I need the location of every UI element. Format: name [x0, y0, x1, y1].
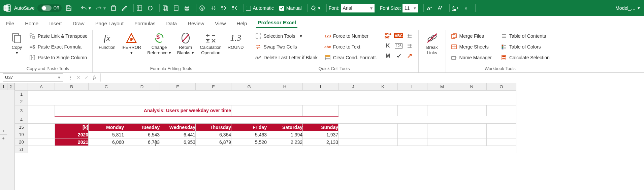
row-year-2021[interactable]: 2021 — [55, 138, 89, 146]
cancel-formula-icon[interactable]: ✕ — [75, 75, 82, 80]
grow-font-icon[interactable]: A▴ — [426, 4, 433, 12]
col-header-M[interactable]: M — [427, 83, 457, 91]
row-year-2020[interactable]: 2020 — [55, 131, 89, 138]
col-header-N[interactable]: N — [457, 83, 487, 91]
cell-2021-sun[interactable]: 2,133 — [303, 138, 339, 146]
col-header-D[interactable]: D — [124, 83, 160, 91]
row-header-1[interactable]: 1 — [15, 91, 28, 98]
check-icon[interactable] — [394, 51, 404, 61]
cell-2020-thu[interactable]: 6,364 — [196, 131, 231, 138]
fill-color-button[interactable]: ▾ — [310, 4, 321, 12]
row-header-15[interactable]: 15 — [15, 124, 28, 131]
merge-sheets-button[interactable]: Merge Sheets — [450, 42, 493, 52]
calculate-selection-button[interactable]: Calculate Selection — [500, 53, 550, 63]
fx-icon[interactable]: fx — [91, 75, 98, 80]
clear-cond-format-button[interactable]: Clear Cond. Formatt. — [324, 53, 378, 63]
tab-view[interactable]: View — [214, 19, 227, 28]
copy-icon[interactable] — [162, 4, 169, 12]
arrow-up-right-icon[interactable] — [405, 51, 414, 61]
overflow-icon[interactable]: » — [462, 4, 470, 12]
table-of-colors-button[interactable]: Table of Colors — [500, 42, 550, 52]
spreadsheet-grid[interactable]: A B C D E F G H I J K L M N O 1 2 3 Anal… — [15, 83, 516, 153]
format-painter-icon[interactable] — [121, 4, 128, 12]
num-format-icon[interactable]: 1234567 — [383, 31, 393, 40]
indent-right-icon[interactable] — [405, 31, 414, 40]
record-icon[interactable] — [147, 4, 154, 12]
outline-hide-icon[interactable] — [231, 4, 238, 12]
cell-2020-tue[interactable]: 6,543 — [124, 131, 160, 138]
paste-link-transpose-button[interactable]: Paste Link & Transpose — [28, 31, 88, 41]
col-mon[interactable]: Monday — [89, 124, 124, 131]
select-all-corner[interactable] — [15, 83, 28, 91]
col-header-C[interactable]: C — [89, 83, 124, 91]
tab-professor-excel[interactable]: Professor Excel — [256, 18, 297, 28]
col-tue[interactable]: Tuesday — [124, 124, 160, 131]
outline-expand-row-20[interactable]: + — [0, 135, 7, 142]
cell-2021-fri[interactable]: 5,520 — [231, 138, 267, 146]
indent-left-icon[interactable] — [405, 41, 414, 51]
tab-file[interactable]: File — [5, 19, 15, 28]
tab-formulas[interactable]: Formulas — [133, 19, 157, 28]
delete-last-letter-button[interactable]: aZDelete Last Letter if Blank — [254, 53, 318, 63]
paste-icon[interactable] — [110, 4, 117, 12]
row-header-4[interactable]: 4 — [15, 116, 28, 124]
copy-button[interactable]: Copy ▾ — [7, 31, 26, 56]
row-header-2[interactable]: 2 — [15, 98, 28, 105]
cell-2021-mon[interactable]: 6,060 — [89, 138, 124, 146]
row-header-19[interactable]: 19 — [15, 131, 28, 138]
col-header-L[interactable]: L — [398, 83, 427, 91]
col-header-O[interactable]: O — [487, 83, 516, 91]
cell-2020-mon[interactable]: 5,811 — [89, 131, 124, 138]
iferror-button[interactable]: IF IFERROR▾ — [120, 31, 143, 56]
break-links-button[interactable]: Break Links — [423, 31, 442, 56]
outline-expand-row-19[interactable]: + — [0, 127, 7, 135]
tab-help[interactable]: Help — [235, 19, 249, 28]
outline-show-icon[interactable] — [220, 4, 227, 12]
cell-2021-sat[interactable]: 2,232 — [267, 138, 303, 146]
col-header-F[interactable]: F — [196, 83, 231, 91]
filter-icon[interactable] — [198, 4, 206, 12]
save-icon[interactable] — [65, 4, 72, 12]
cell-2020-wed[interactable]: 6,441 — [160, 131, 196, 138]
thousand-icon[interactable]: K — [383, 41, 393, 51]
cell-2020-sat[interactable]: 1,994 — [267, 131, 303, 138]
col-header-E[interactable]: E — [160, 83, 196, 91]
col-header-J[interactable]: J — [339, 83, 368, 91]
calc-operation-button[interactable]: Calculation Operation — [198, 31, 224, 56]
font-size-control[interactable]: Font Size: 11▾ — [380, 4, 418, 12]
force-to-number-button[interactable]: 123Force to Number — [324, 31, 378, 41]
row-header-21[interactable]: 21 — [15, 146, 28, 153]
paste-exact-formula-button[interactable]: =$Paste Exact Formula — [28, 42, 88, 52]
col-fri[interactable]: Friday — [231, 124, 267, 131]
print-icon[interactable] — [183, 4, 191, 12]
book-icon[interactable] — [172, 4, 180, 12]
col-header-H[interactable]: H — [267, 83, 303, 91]
cell-2020-sun[interactable]: 1,937 — [303, 131, 339, 138]
row-header-20[interactable]: 20 — [15, 138, 28, 146]
col-header-I[interactable]: I — [303, 83, 339, 91]
calc-manual-checkbox[interactable]: Manual — [279, 5, 302, 11]
table-corner[interactable]: [k] — [55, 124, 89, 131]
tab-page-layout[interactable]: Page Layout — [94, 19, 125, 28]
tab-home[interactable]: Home — [24, 19, 40, 28]
cell-2021-thu[interactable]: 6,879 — [196, 138, 231, 146]
abc-format-icon[interactable]: ABC — [394, 31, 404, 40]
merge-files-button[interactable]: Merge Files — [450, 31, 493, 41]
selection-tools-button[interactable]: Selection Tools ▾ — [254, 31, 318, 41]
million-icon[interactable]: M — [383, 51, 393, 61]
col-header-K[interactable]: K — [368, 83, 398, 91]
tab-data[interactable]: Data — [165, 19, 178, 28]
swap-two-cells-button[interactable]: Swap Two Cells — [254, 42, 318, 52]
cell-2021-wed[interactable]: 6,953 — [160, 138, 196, 146]
cell-2020-fri[interactable]: 5,463 — [231, 131, 267, 138]
sheet-title[interactable]: Analysis: Users per weekday over time — [55, 105, 231, 116]
function-button[interactable]: fx Function — [97, 31, 118, 56]
redo-button[interactable]: ▾ — [95, 4, 106, 12]
autosave-switch-track[interactable] — [41, 5, 52, 11]
outline-level-1[interactable]: 1 — [0, 83, 7, 90]
row-header-3[interactable]: 3 — [15, 105, 28, 116]
col-sun[interactable]: Sunday — [303, 124, 339, 131]
tab-draw[interactable]: Draw — [71, 19, 86, 28]
table-of-contents-button[interactable]: Table of Contents — [500, 31, 550, 41]
accept-formula-icon[interactable]: ✓ — [83, 75, 90, 80]
